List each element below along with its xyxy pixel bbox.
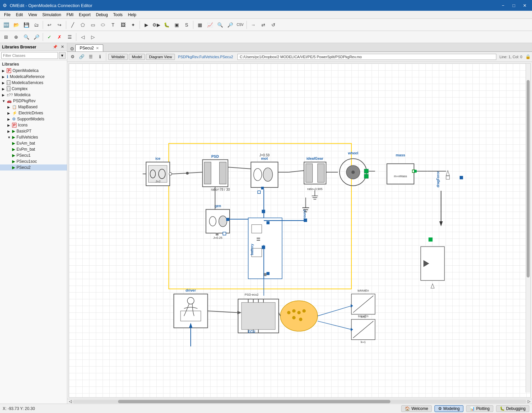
zoom-in-btn[interactable]: 🔍 — [215, 20, 225, 30]
sidebar-item-psecu1soc[interactable]: ▶ PSecu1soc — [0, 158, 67, 164]
sidebar-item-fullvehicles[interactable]: ▼ ▶ FullVehicles — [0, 134, 67, 140]
zoom-minus-btn[interactable]: 🔎 — [32, 32, 41, 42]
menu-edit[interactable]: Edit — [13, 12, 26, 18]
h-scroll-right[interactable]: ▷ — [527, 399, 531, 404]
menu-debug[interactable]: Debug — [93, 12, 110, 18]
connect-tool[interactable]: ✦ — [128, 20, 138, 30]
menu-tools[interactable]: Tools — [111, 12, 125, 18]
sidebar-item-mapbased[interactable]: ▶ 📋 MapBased — [0, 104, 67, 110]
model-toolbar-info[interactable]: ℹ — [96, 53, 104, 61]
sidebar-item-basicpt[interactable]: ▶ ▶ BasicPT — [0, 128, 67, 134]
vertical-scrollbar[interactable] — [526, 64, 530, 392]
plotting-label: Plotting — [476, 406, 490, 411]
zoom-fit-btn[interactable]: ⊕ — [11, 32, 21, 42]
sidebar-item-evam-bat[interactable]: ▶ EvAm_bat — [0, 140, 67, 146]
tab-psecu2[interactable]: PSecu2 ✕ — [75, 44, 103, 51]
check-btn[interactable]: ▦ — [195, 20, 204, 30]
grid-btn[interactable]: ⊞ — [1, 32, 11, 42]
menu-file[interactable]: File — [1, 12, 13, 18]
redo-button[interactable]: ↪ — [55, 20, 64, 30]
save-all-button[interactable]: 🗂 — [32, 20, 41, 30]
ellipse-tool[interactable]: ⬭ — [98, 20, 108, 30]
writable-button[interactable]: Writable — [108, 54, 128, 60]
zoom-out-btn[interactable]: 🔎 — [225, 20, 235, 30]
sidebar-item-openmodelica[interactable]: ▶ P OpenModelica — [0, 68, 67, 74]
sidebar-item-modelicaservices[interactable]: ▶ □ ModelicaServices — [0, 80, 67, 86]
sidebar-item-modelicareference[interactable]: ▶ ℹ ModelicaReference — [0, 74, 67, 80]
undo-button[interactable]: ↩ — [45, 20, 54, 30]
modelicareference-icon: ℹ — [7, 74, 8, 79]
tab-close-btn[interactable]: ✕ — [96, 46, 99, 50]
minimize-button[interactable]: − — [498, 2, 508, 9]
expand-icon: ▼ — [2, 99, 5, 103]
diagram-view-button[interactable]: Diagram View — [146, 54, 175, 60]
model-icon-tab[interactable]: ⚙ — [69, 46, 75, 51]
sidebar-item-psecu2[interactable]: ▶ PSecu2 — [0, 164, 67, 171]
s-btn[interactable]: S — [182, 20, 191, 30]
list-btn[interactable]: ☰ — [65, 32, 74, 42]
sidebar-item-modelica[interactable]: ▶ ±?? Modelica — [0, 92, 67, 98]
title-bar: ⚙ OMEdit - OpenModelica Connection Edito… — [0, 0, 532, 11]
sidebar-item-complex[interactable]: ▶ □ Complex — [0, 86, 67, 92]
line-tool[interactable]: ╱ — [68, 20, 77, 30]
csv-btn[interactable]: CSV — [235, 20, 245, 30]
new-button[interactable]: 🆕 — [1, 20, 11, 30]
filter-button[interactable]: ▼ — [59, 52, 66, 59]
menu-fmi[interactable]: FMI — [64, 12, 76, 18]
simulate-options[interactable]: ⚙▶ — [152, 20, 161, 30]
simulate-button[interactable]: ▶ — [142, 20, 151, 30]
maximize-button[interactable]: □ — [509, 2, 519, 9]
sidebar-item-supportmodels[interactable]: ▶ ⚙ SupportModels — [0, 116, 67, 122]
menu-help[interactable]: Help — [125, 12, 139, 18]
arrow-btn2[interactable]: ⇄ — [259, 20, 268, 30]
modeling-button[interactable]: ⚙ Modeling — [434, 405, 463, 412]
welcome-button[interactable]: 🏠 Welcome — [401, 405, 432, 412]
instantiate-button[interactable]: ▣ — [172, 20, 181, 30]
sidebar-item-icons[interactable]: ▶ P Icons — [0, 122, 67, 128]
polygon-tool[interactable]: ⬠ — [78, 20, 87, 30]
sidebar-item-electricdrives[interactable]: ▶ ⚡ ElectricDrives — [0, 110, 67, 116]
menu-export[interactable]: Export — [76, 12, 93, 18]
history-btn[interactable]: ↺ — [269, 20, 278, 30]
zoom-plus-btn[interactable]: 🔍 — [22, 32, 31, 42]
h-scroll-thumb[interactable] — [118, 400, 390, 403]
h-scroll-track[interactable] — [73, 400, 527, 403]
plot-btn[interactable]: 📈 — [205, 20, 215, 30]
sidebar-item-psecu1[interactable]: ▶ PSecu1 — [0, 152, 67, 158]
filter-input[interactable] — [1, 52, 58, 59]
model-toolbar-connect[interactable]: 🔗 — [78, 53, 86, 61]
ecu-chip — [241, 302, 275, 329]
diagram-canvas[interactable]: J=J ice PSD mot — [69, 63, 531, 398]
h-scroll-left[interactable]: ◁ — [68, 399, 73, 404]
menu-simulation[interactable]: Simulation — [40, 12, 64, 18]
check-cancel[interactable]: ✗ — [55, 32, 64, 42]
basicpt-icon: ▶ — [12, 129, 15, 134]
plotting-button[interactable]: 📊 Plotting — [466, 405, 493, 412]
check-green[interactable]: ✓ — [45, 32, 54, 42]
supportmodels-icon: ⚙ — [12, 117, 16, 121]
close-button[interactable]: ✕ — [520, 2, 529, 9]
bitmap-tool[interactable]: 🖼 — [118, 20, 128, 30]
sidebar-close-btn[interactable]: ✕ — [60, 44, 65, 49]
debug-button[interactable]: 🐛 — [162, 20, 171, 30]
next-btn[interactable]: ▷ — [88, 32, 98, 42]
sidebar-pin-btn[interactable]: 📌 — [52, 44, 59, 49]
breadcrumb[interactable]: PSDPkgRev.FullVehicles.PSecu2 — [176, 54, 235, 60]
sep-model — [106, 53, 106, 61]
model-toolbar-pin[interactable]: ⚙ — [69, 53, 77, 61]
prev-btn[interactable]: ◁ — [78, 32, 87, 42]
menu-view[interactable]: View — [26, 12, 40, 18]
open-button[interactable]: 📂 — [11, 20, 21, 30]
sidebar-item-evpm-bat[interactable]: ▶ EvPm_bat — [0, 146, 67, 152]
arrow-btn1[interactable]: → — [249, 20, 258, 30]
expand-icon: ▶ — [7, 123, 11, 127]
rect-tool[interactable]: ▭ — [88, 20, 98, 30]
mass-box[interactable] — [387, 164, 414, 184]
save-button[interactable]: 💾 — [22, 20, 31, 30]
horizontal-scrollbar[interactable]: ◁ ▷ — [67, 399, 532, 404]
sidebar-item-psdpkgrev[interactable]: ▼ 🚗 PSDPkgRev — [0, 98, 67, 104]
text-tool[interactable]: T — [108, 20, 118, 30]
model-toolbar-list[interactable]: ☰ — [87, 53, 95, 61]
model-button[interactable]: Model — [129, 54, 145, 60]
debugging-button[interactable]: 🐛 Debugging — [496, 405, 529, 412]
